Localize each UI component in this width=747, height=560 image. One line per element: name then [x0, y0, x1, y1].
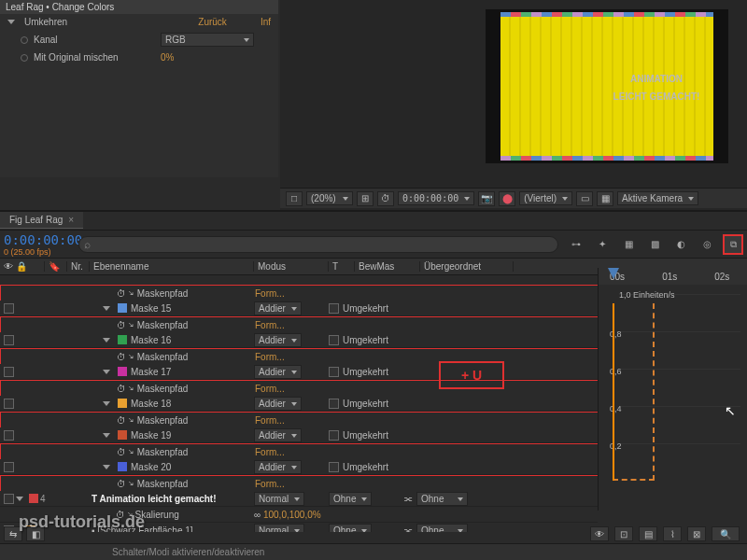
status-bar: Schalter/Modi aktivieren/deaktivieren: [0, 543, 747, 560]
mask-path-row[interactable]: ⏱ ↘ Maskenpfad: [91, 415, 255, 426]
visibility-toggle[interactable]: [4, 303, 14, 314]
preview-text: ANIMATIONLEICHT GEMACHT!: [613, 69, 700, 103]
visibility-toggle[interactable]: [4, 462, 14, 472]
camera-dropdown[interactable]: Aktive Kamera: [617, 191, 698, 205]
close-icon[interactable]: ×: [68, 215, 74, 225]
text-layer-row[interactable]: T Animation leicht gemacht!: [90, 494, 254, 504]
mask-mode-dropdown[interactable]: Addier: [254, 365, 302, 379]
parent-dropdown[interactable]: Ohne: [416, 492, 468, 506]
screenshot-icon[interactable]: □: [286, 191, 303, 206]
channel-dropdown[interactable]: RGB: [161, 33, 254, 47]
mask-row[interactable]: Maske 18: [90, 399, 254, 409]
fit-icon[interactable]: ⊠: [687, 526, 706, 541]
timeline-timecode[interactable]: 0:00:00:00: [4, 232, 71, 247]
zoom-dropdown[interactable]: (20%): [306, 191, 353, 205]
mix-label: Mit Original mischen: [34, 52, 155, 63]
effect-breadcrumb: Leaf Rag • Change Colors: [0, 0, 278, 14]
visibility-toggle[interactable]: [4, 430, 14, 441]
camera-icon[interactable]: 📷: [478, 191, 495, 206]
color-bars-bottom: [500, 156, 714, 161]
mask-mode-dropdown[interactable]: Addier: [254, 397, 302, 411]
shortcut-hint: + U: [439, 361, 504, 389]
mask-row[interactable]: Maske 15: [90, 303, 254, 314]
mask-path-row[interactable]: ⏱ ↘ Maskenpfad: [91, 288, 255, 299]
time-ruler[interactable]: 00s01s02s: [599, 268, 747, 285]
channel-label: Kanal: [34, 35, 155, 45]
search-input[interactable]: [78, 236, 558, 253]
zoom-icon[interactable]: 🔍: [712, 526, 740, 541]
track-matte-dropdown[interactable]: Ohne: [329, 524, 372, 533]
timeline-fps: 0 (25.00 fps): [4, 247, 71, 257]
choose-icon[interactable]: ▤: [639, 526, 657, 541]
graph-editor-icon[interactable]: ⧉: [723, 234, 743, 255]
invert-checkbox[interactable]: [329, 462, 339, 472]
blend-mode-dropdown[interactable]: Normal: [254, 492, 304, 506]
transparency-icon[interactable]: ▦: [597, 191, 613, 206]
mask-path-row[interactable]: ⏱ ↘ Maskenpfad: [91, 479, 255, 489]
quality-dropdown[interactable]: (Viertel): [519, 191, 572, 205]
graph-type-icon[interactable]: ⌇: [663, 526, 682, 541]
invert-checkbox[interactable]: [329, 367, 339, 377]
mask-row[interactable]: Maske 16: [90, 335, 254, 345]
mask-path-row[interactable]: ⏱ ↘ Maskenpfad: [91, 447, 255, 457]
motion-blur-icon[interactable]: ◐: [670, 234, 691, 255]
reset-link[interactable]: Zurück: [198, 17, 227, 27]
mask-mode-dropdown[interactable]: Addier: [254, 428, 302, 442]
blend-mode-dropdown[interactable]: Normal: [254, 524, 304, 533]
watermark: psd-tutorials.de: [19, 512, 145, 532]
color-icon[interactable]: ⬤: [499, 191, 515, 206]
timeline-panel: Fig Leaf Rag× 0:00:00:00 0 (25.00 fps) ⊶…: [0, 210, 747, 560]
comp-flowchart-icon[interactable]: ⊶: [566, 234, 586, 255]
hide-shy-icon[interactable]: ▦: [618, 234, 639, 255]
graph-curve: [613, 303, 655, 481]
mask-row[interactable]: Maske 17: [90, 367, 254, 377]
mask-mode-dropdown[interactable]: Addier: [254, 301, 302, 315]
mask-row[interactable]: Maske 20: [90, 462, 254, 472]
mask-path-row[interactable]: ⏱ ↘ Maskenpfad: [91, 320, 255, 330]
preview-canvas[interactable]: ANIMATIONLEICHT GEMACHT!: [486, 9, 728, 163]
invert-checkbox[interactable]: [329, 303, 339, 314]
draft3d-icon[interactable]: ✦: [592, 234, 613, 255]
visibility-toggle[interactable]: [4, 367, 14, 377]
eye-icon[interactable]: 👁: [590, 526, 609, 541]
mask-path-row[interactable]: ⏱ ↘ Maskenpfad: [91, 384, 255, 394]
info-link[interactable]: Inf: [261, 17, 271, 27]
disclosure-icon[interactable]: [7, 20, 15, 24]
frame-blend-icon[interactable]: ▩: [644, 234, 665, 255]
mask-mode-dropdown[interactable]: Addier: [254, 460, 302, 474]
view-icon[interactable]: ▭: [576, 191, 593, 206]
mask-path-row[interactable]: ⏱ ↘ Maskenpfad: [91, 352, 255, 362]
stopwatch-icon[interactable]: [21, 36, 28, 44]
composition-viewer: ANIMATIONLEICHT GEMACHT! □ (20%) ⊞ ⏱ 0:0…: [280, 0, 747, 210]
preview-timecode[interactable]: 0:00:00:00: [398, 191, 474, 205]
invert-checkbox[interactable]: [329, 399, 339, 409]
effect-title: Umkehren: [24, 17, 192, 27]
mix-value[interactable]: 0%: [161, 52, 174, 63]
visibility-toggle[interactable]: [4, 335, 14, 345]
stopwatch-icon[interactable]: [21, 54, 28, 62]
mask-row[interactable]: Maske 19: [90, 430, 254, 441]
layer-list: ⏱ ↘ Maskenpfad Form... Maske 15 Addier U…: [0, 285, 598, 532]
preview-toolbar: □ (20%) ⊞ ⏱ 0:00:00:00 📷 ⬤ (Viertel) ▭ ▦…: [280, 188, 747, 208]
track-matte-dropdown[interactable]: Ohne: [329, 492, 372, 506]
composition-tab[interactable]: Fig Leaf Rag×: [0, 212, 83, 229]
graph-editor[interactable]: 00s01s02s 1,0 Einheiten/s 0,8 0,6 0,4 0,…: [598, 268, 747, 511]
visibility-toggle[interactable]: [4, 399, 14, 409]
invert-checkbox[interactable]: [329, 335, 339, 345]
snap-icon[interactable]: ⊡: [614, 526, 633, 541]
mask-mode-dropdown[interactable]: Addier: [254, 333, 302, 347]
brain-icon[interactable]: ◎: [697, 234, 717, 255]
timecode-toggle-icon[interactable]: ⏱: [377, 191, 394, 206]
invert-checkbox[interactable]: [329, 430, 339, 441]
eye-toggle[interactable]: [4, 494, 14, 504]
graph-line: [613, 303, 614, 481]
grid-icon[interactable]: ⊞: [357, 191, 374, 206]
effect-controls-panel: Leaf Rag • Change Colors Umkehren Zurück…: [0, 0, 278, 177]
parent-dropdown[interactable]: Ohne: [416, 524, 468, 533]
